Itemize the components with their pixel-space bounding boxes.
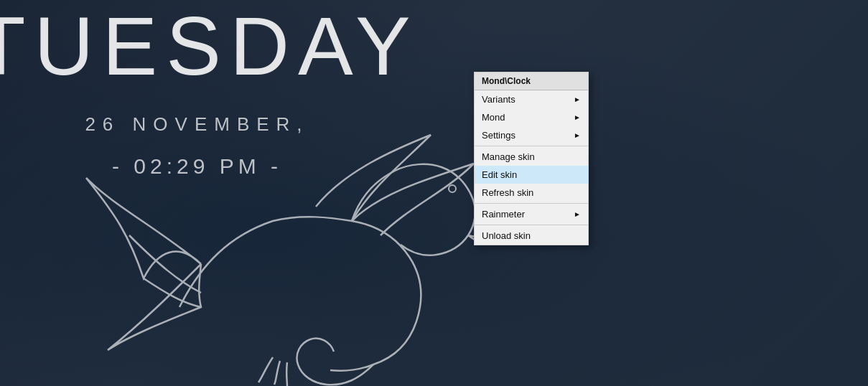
menu-item-settings-label: Settings — [482, 130, 515, 141]
menu-item-variants-label: Variants — [482, 94, 515, 105]
context-menu: Mond\Clock Variants ► Mond ► Settings ► … — [474, 72, 589, 245]
menu-separator-3 — [475, 225, 588, 225]
menu-title: Mond\Clock — [475, 72, 588, 90]
menu-item-mond[interactable]: Mond ► — [475, 108, 588, 126]
menu-item-rainmeter-label: Rainmeter — [482, 209, 525, 220]
menu-item-edit-skin[interactable]: Edit skin — [475, 166, 588, 184]
menu-item-edit-skin-label: Edit skin — [482, 169, 517, 180]
chevron-right-icon: ► — [574, 131, 581, 139]
menu-separator-2 — [475, 203, 588, 204]
menu-item-rainmeter[interactable]: Rainmeter ► — [475, 205, 588, 223]
menu-item-variants[interactable]: Variants ► — [475, 90, 588, 108]
menu-item-refresh-skin[interactable]: Refresh skin — [475, 184, 588, 202]
menu-separator-1 — [475, 146, 588, 146]
menu-item-unload-skin-label: Unload skin — [482, 230, 531, 241]
chevron-right-icon: ► — [574, 210, 581, 218]
menu-item-mond-label: Mond — [482, 112, 505, 123]
menu-item-refresh-skin-label: Refresh skin — [482, 187, 533, 198]
menu-item-manage-skin-label: Manage skin — [482, 151, 535, 162]
time-display: - 02:29 PM - — [0, 154, 394, 179]
menu-item-manage-skin[interactable]: Manage skin — [475, 148, 588, 166]
menu-item-unload-skin[interactable]: Unload skin — [475, 227, 588, 245]
day-display: TUESDAY — [0, 7, 394, 85]
chevron-right-icon: ► — [574, 113, 581, 121]
svg-point-0 — [449, 185, 456, 192]
day-title: TUESDAY — [0, 7, 419, 85]
chevron-right-icon: ► — [574, 95, 581, 103]
menu-item-settings[interactable]: Settings ► — [475, 126, 588, 144]
date-display: 26 NOVEMBER, — [0, 113, 394, 136]
